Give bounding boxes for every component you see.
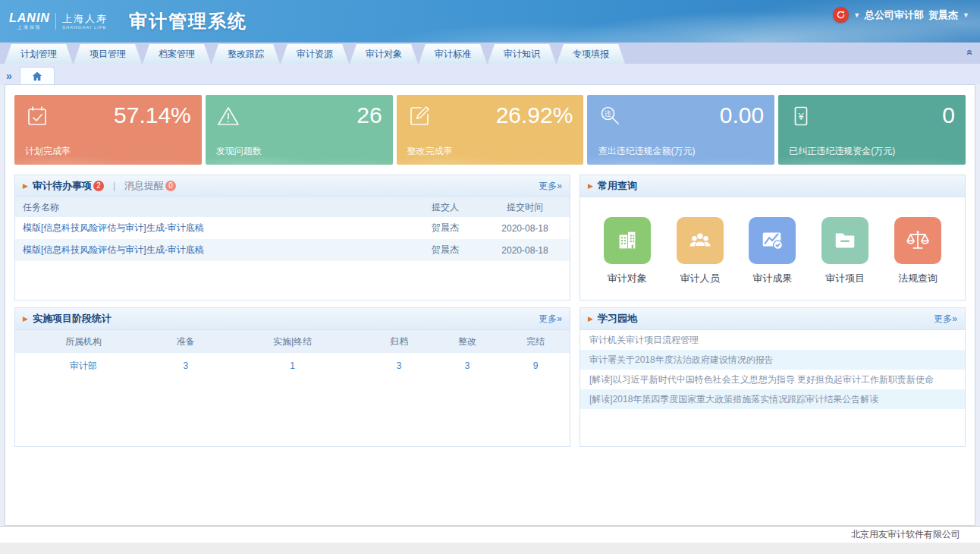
kpi-value: 26.92%: [496, 102, 573, 127]
calendar-check-icon: [25, 104, 49, 128]
query-panel-title: 常用查询: [598, 179, 637, 193]
panel-marker-icon: ▶: [23, 315, 28, 323]
panel-marker-icon: ▶: [588, 182, 593, 190]
col-submit-time: 提交时间: [480, 197, 570, 217]
folder-icon: [832, 228, 858, 253]
stage-statistics-panel: ▶ 实施项目阶段统计 更多» 所属机构 准备 实施|终结 归档 整改 完结: [14, 307, 570, 447]
task-time: 2020-08-18: [480, 217, 570, 239]
tab-project-management[interactable]: 项目管理: [74, 44, 142, 64]
table-row: 模版[信息科技风险评估与审计]生成-审计底稿 贺晨杰 2020-08-18: [15, 217, 570, 239]
learning-list: 审计机关审计项目流程管理 审计署关于2018年度法治政府建设情况的报告 [解读]…: [580, 330, 965, 409]
stage-count-link[interactable]: 1: [220, 353, 366, 379]
task-submitter: 贺晨杰: [410, 239, 480, 261]
main-nav: 计划管理 项目管理 档案管理 整改跟踪 审计资源 审计对象 审计标准 审计知识 …: [0, 42, 980, 64]
yuan-icon: ¥: [789, 104, 813, 128]
list-item[interactable]: [解读]2018年第四季度国家重大政策措施落实情况跟踪审计结果公告解读: [580, 389, 965, 409]
chevron-down-icon[interactable]: ▼: [853, 11, 860, 19]
tab-archive-management[interactable]: 档案管理: [143, 44, 211, 64]
home-icon: [32, 71, 42, 81]
stage-count-link[interactable]: 3: [365, 353, 433, 379]
task-link[interactable]: 模版[信息科技风险评估与审计]生成-审计底稿: [15, 217, 410, 239]
query-audit-objects[interactable]: 审计对象: [604, 217, 651, 285]
kpi-corrected-funds[interactable]: ¥ 0 已纠正违纪违规资金(万元): [778, 95, 966, 165]
users-icon: [687, 228, 713, 253]
tab-audit-resources[interactable]: 审计资源: [281, 44, 349, 64]
list-item[interactable]: [解读]以习近平新时代中国特色社会主义思想为指导 更好担负起审计工作新职责新使命: [580, 370, 965, 389]
svg-text:违: 违: [605, 110, 611, 118]
svg-text:¥: ¥: [798, 111, 805, 122]
scales-icon: [905, 228, 931, 253]
col-organization: 所属机构: [15, 330, 152, 353]
footer-company: 北京用友审计软件有限公司: [851, 529, 960, 540]
kpi-row: 57.14% 计划完成率 26 发现问题数: [14, 95, 966, 165]
query-audit-results[interactable]: 审计成果: [749, 217, 796, 285]
stage-count-link[interactable]: 3: [152, 353, 220, 379]
tab-audit-knowledge[interactable]: 审计知识: [488, 44, 556, 64]
col-archived: 归档: [365, 330, 433, 353]
refresh-icon: [836, 10, 846, 20]
kpi-label: 发现问题数: [216, 145, 262, 158]
refresh-notification-button[interactable]: [833, 7, 849, 23]
todo-panel-title[interactable]: 审计待办事项: [33, 179, 92, 193]
brand-subtitle: 上海保险: [9, 24, 50, 31]
user-name[interactable]: 贺晨杰: [928, 8, 958, 22]
user-department: 总公司审计部: [865, 8, 924, 22]
col-task-name: 任务名称: [15, 197, 410, 217]
tab-plan-management[interactable]: 计划管理: [5, 44, 73, 64]
panel-marker-icon: ▶: [23, 182, 28, 190]
task-link[interactable]: 模版[信息科技风险评估与审计]生成-审计底稿: [15, 239, 410, 261]
query-label: 审计成果: [749, 272, 796, 285]
learning-panel-title: 学习园地: [598, 312, 637, 326]
stage-count-link[interactable]: 3: [433, 353, 501, 379]
query-regulations[interactable]: 法规查询: [894, 217, 941, 285]
page-title: 审计管理系统: [129, 9, 247, 33]
dashboard-content: 57.14% 计划完成率 26 发现问题数: [5, 84, 975, 526]
kpi-value: 57.14%: [114, 102, 191, 127]
tab-special-reporting[interactable]: 专项填报: [557, 44, 625, 64]
kpi-violation-amount-found[interactable]: 违 0.00 查出违纪违规金额(万元): [587, 95, 774, 165]
query-audit-personnel[interactable]: 审计人员: [677, 217, 724, 285]
collapse-chevrons-icon[interactable]: «: [965, 49, 975, 55]
chevron-down-icon[interactable]: ▼: [963, 11, 969, 19]
edit-icon: [407, 104, 432, 128]
task-time: 2020-08-18: [480, 239, 570, 261]
list-item[interactable]: 审计署关于2018年度法治政府建设情况的报告: [580, 350, 965, 370]
query-label: 法规查询: [894, 272, 941, 285]
stage-count-link[interactable]: 9: [501, 353, 570, 379]
app-header: LANIN 上海保险 上海人寿 SHANGHAI LIFE 审计管理系统 ▼ 总…: [0, 0, 980, 42]
table-row: 审计部 3 1 3 3 9: [15, 353, 570, 379]
query-label: 审计对象: [604, 272, 651, 285]
violation-search-icon: 违: [598, 104, 622, 128]
learning-panel: ▶ 学习园地 更多» 审计机关审计项目流程管理 审计署关于2018年度法治政府建…: [580, 307, 966, 447]
col-submitter: 提交人: [410, 197, 480, 217]
kpi-rectification-completion[interactable]: 26.92% 整改完成率: [397, 95, 584, 165]
tab-audit-objects[interactable]: 审计对象: [350, 44, 418, 64]
company-logo: LANIN 上海保险 上海人寿 SHANGHAI LIFE: [9, 11, 108, 32]
tab-rectification-tracking[interactable]: 整改跟踪: [212, 44, 280, 64]
query-audit-projects[interactable]: 审计项目: [821, 217, 868, 285]
todo-more-link[interactable]: 更多»: [539, 180, 562, 193]
todo-count-badge: 2: [93, 181, 104, 191]
kpi-label: 计划完成率: [25, 145, 71, 158]
brand-name: LANIN: [9, 11, 50, 25]
building-icon: [614, 228, 640, 253]
stage-more-link[interactable]: 更多»: [539, 313, 562, 326]
kpi-label: 查出违纪违规金额(万元): [598, 145, 695, 158]
common-queries-panel: ▶ 常用查询: [580, 175, 966, 301]
tab-audit-standards[interactable]: 审计标准: [419, 44, 487, 64]
company-name-en: SHANGHAI LIFE: [62, 25, 108, 30]
learning-more-link[interactable]: 更多»: [934, 313, 957, 326]
user-area: ▼ 总公司审计部 贺晨杰 ▼: [833, 7, 969, 23]
col-preparation: 准备: [152, 330, 220, 353]
message-reminder-tab[interactable]: 消息提醒: [124, 179, 164, 193]
expand-chevrons-icon[interactable]: »: [6, 71, 12, 81]
kpi-value: 0.00: [720, 102, 764, 127]
task-submitter: 贺晨杰: [410, 217, 480, 239]
open-tabs-bar: »: [0, 64, 980, 84]
tab-home[interactable]: [20, 67, 55, 84]
org-link[interactable]: 审计部: [15, 353, 152, 379]
kpi-issues-found[interactable]: 26 发现问题数: [206, 95, 393, 165]
list-item[interactable]: 审计机关审计项目流程管理: [580, 330, 965, 350]
stage-panel-title: 实施项目阶段统计: [33, 312, 112, 326]
kpi-plan-completion[interactable]: 57.14% 计划完成率: [14, 95, 202, 165]
